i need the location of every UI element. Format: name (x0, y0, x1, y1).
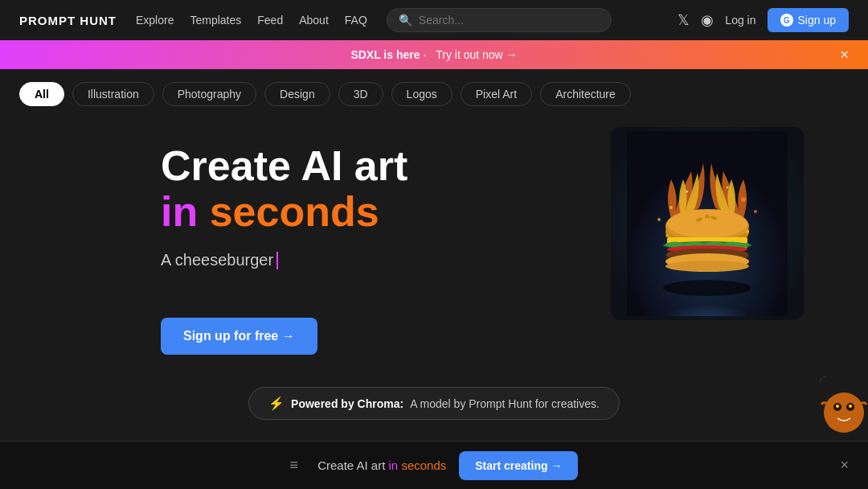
svg-point-21 (754, 210, 757, 213)
hero-left: Create AI art in seconds A cheeseburger … (161, 127, 563, 355)
svg-point-24 (665, 234, 669, 237)
navbar: PROMPT HUNT Explore Templates Feed About… (0, 0, 868, 40)
search-input[interactable] (419, 14, 600, 27)
promo-banner: SDXL is here · Try it out now → × (0, 40, 868, 69)
discord-icon[interactable]: ◉ (701, 11, 714, 29)
hero-image (611, 127, 804, 320)
filter-pills: All Illustration Photography Design 3D L… (0, 69, 868, 119)
svg-point-31 (849, 405, 852, 408)
svg-point-16 (665, 261, 749, 272)
hero-title-line1: Create AI art (161, 143, 563, 189)
banner-cta-link[interactable]: Try it out now → (436, 48, 517, 61)
chroma-bar: ⚡ Powered by Chroma: A model by Prompt H… (0, 387, 868, 420)
filter-photography[interactable]: Photography (162, 82, 256, 106)
nav-about[interactable]: About (299, 14, 329, 27)
seconds-word: seconds (210, 188, 379, 235)
chroma-label-prefix: Powered by Chroma: (291, 397, 403, 410)
bottom-sticky-bar: ≡ Create AI art in seconds Start creatin… (0, 441, 868, 489)
signup-free-button[interactable]: Sign up for free → (161, 318, 317, 355)
filter-3d[interactable]: 3D (338, 82, 383, 106)
hero-tagline: A cheeseburger (161, 251, 563, 269)
hero-burger-svg (627, 131, 788, 316)
nav-right: 𝕏 ◉ Log in G Sign up (678, 8, 849, 32)
nav-faq[interactable]: FAQ (345, 14, 367, 27)
svg-point-23 (727, 187, 729, 189)
brand-logo[interactable]: PROMPT HUNT (19, 14, 117, 27)
google-icon: G (780, 14, 793, 27)
twitter-icon[interactable]: 𝕏 (678, 11, 690, 29)
svg-point-18 (669, 206, 673, 209)
tiger-peek-image (820, 376, 868, 441)
nav-links: Explore Templates Feed About FAQ (136, 13, 367, 27)
hero-image-inner (611, 127, 804, 320)
svg-point-7 (705, 215, 710, 218)
filter-logos[interactable]: Logos (391, 82, 452, 106)
nav-templates[interactable]: Templates (190, 14, 241, 27)
hero-section: Create AI art in seconds A cheeseburger … (0, 119, 868, 355)
nav-explore[interactable]: Explore (136, 14, 174, 27)
svg-point-25 (746, 230, 749, 233)
login-button[interactable]: Log in (725, 14, 755, 27)
hero-title-line2: in seconds (161, 189, 563, 235)
svg-point-20 (657, 218, 661, 221)
hero-cta: Sign up for free → (161, 318, 563, 355)
svg-point-27 (824, 392, 864, 433)
svg-point-4 (667, 209, 747, 238)
menu-icon: ≡ (290, 457, 299, 474)
signup-button[interactable]: G Sign up (768, 8, 849, 32)
filter-all[interactable]: All (19, 82, 64, 106)
search-icon: 🔍 (399, 14, 412, 27)
bottom-close-button[interactable]: × (840, 457, 849, 474)
banner-close-button[interactable]: × (840, 47, 849, 64)
tiger-svg (820, 376, 868, 441)
search-bar[interactable]: 🔍 (387, 8, 612, 32)
svg-point-22 (686, 191, 689, 193)
filter-illustration[interactable]: Illustration (72, 82, 154, 106)
filter-pixel-art[interactable]: Pixel Art (461, 82, 532, 106)
chroma-pill[interactable]: ⚡ Powered by Chroma: A model by Prompt H… (248, 387, 620, 420)
in-word: in (161, 188, 198, 235)
filter-design[interactable]: Design (264, 82, 330, 106)
filter-architecture[interactable]: Architecture (540, 82, 631, 106)
svg-point-19 (741, 197, 746, 202)
chroma-label-suffix: A model by Prompt Hunt for creatives. (410, 397, 600, 410)
nav-feed[interactable]: Feed (257, 14, 283, 27)
bottom-bar-text: Create AI art in seconds (317, 458, 446, 472)
start-creating-button[interactable]: Start creating → (459, 451, 578, 480)
lightning-icon: ⚡ (268, 396, 285, 411)
banner-text: SDXL is here · Try it out now → (350, 48, 517, 61)
cursor-blink (276, 252, 278, 269)
svg-point-30 (836, 405, 839, 408)
